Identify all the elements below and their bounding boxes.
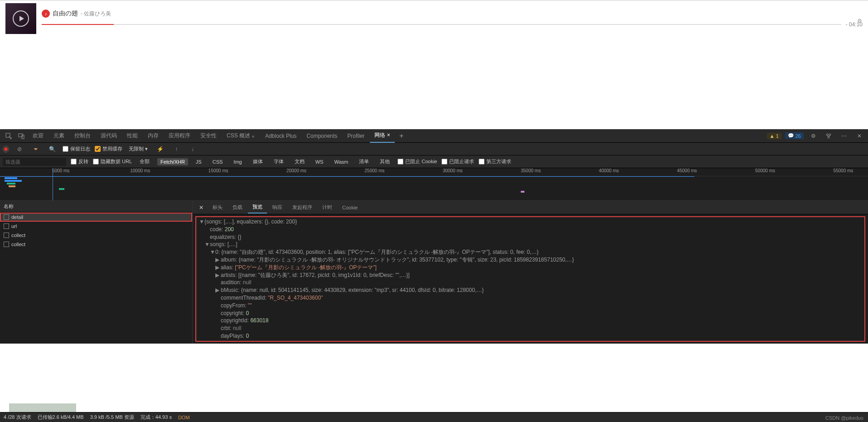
- file-icon: [4, 242, 9, 247]
- upload-icon[interactable]: ↑: [170, 143, 182, 155]
- timeline-tick: 15000 ms: [209, 168, 228, 173]
- filter-all[interactable]: 全部: [136, 157, 153, 166]
- search-icon[interactable]: 🔍: [46, 143, 58, 155]
- expand-icon[interactable]: ▶: [215, 256, 221, 264]
- netease-logo-icon: ♪: [42, 10, 50, 18]
- wifi-icon[interactable]: ⚡: [154, 143, 166, 155]
- filter-input[interactable]: [3, 158, 66, 166]
- filter-toggle-icon[interactable]: ⏷: [30, 143, 42, 155]
- download-hint[interactable]: ▶ 从该页面下载 音频 ① 2 ×: [9, 403, 76, 412]
- tab-adblock[interactable]: Adblock Plus: [261, 130, 301, 142]
- dock-icon[interactable]: [823, 130, 834, 142]
- status-requests: 4 /28 次请求: [4, 414, 31, 421]
- device-toggle-icon[interactable]: [15, 130, 27, 142]
- tab-console[interactable]: 控制台: [70, 129, 95, 142]
- more-icon[interactable]: ⋯: [838, 130, 850, 142]
- detail-tab-cookie[interactable]: Cookie: [338, 203, 362, 213]
- third-party-checkbox[interactable]: 第三方请求: [479, 158, 511, 165]
- tab-css-overview[interactable]: CSS 概述▲: [222, 129, 260, 142]
- warnings-badge[interactable]: ▲ 1: [767, 133, 781, 139]
- json-preview[interactable]: ▼{songs: [,…], equalizers: {}, code: 200…: [194, 215, 866, 343]
- timeline-tick: 55000 ms: [833, 168, 853, 173]
- timeline-tick: 5000 ms: [52, 168, 69, 173]
- filter-js[interactable]: JS: [193, 158, 205, 165]
- filter-img[interactable]: Img: [230, 158, 245, 165]
- expand-icon[interactable]: ▶: [215, 264, 221, 272]
- tab-memory[interactable]: 内存: [143, 129, 163, 142]
- status-resources: 3.9 kB /5.5 MB 资源: [90, 414, 134, 421]
- tab-sources[interactable]: 源代码: [96, 129, 121, 142]
- detail-tab-payload[interactable]: 负载: [228, 202, 247, 213]
- watermark: CSDN @pikeduo: [825, 415, 863, 421]
- disable-cache-checkbox[interactable]: 禁用缓存: [95, 146, 122, 152]
- tab-application[interactable]: 应用程序: [164, 129, 195, 142]
- timeline-tick: 50000 ms: [755, 168, 775, 173]
- download-icon[interactable]: ↓: [187, 143, 199, 155]
- album-art[interactable]: [5, 3, 36, 34]
- inspect-icon[interactable]: [3, 130, 15, 142]
- filter-fetchxhr[interactable]: Fetch/XHR: [157, 158, 188, 165]
- clear-icon[interactable]: ⊘: [14, 143, 25, 155]
- hide-data-urls-checkbox[interactable]: 隐藏数据 URL: [93, 158, 132, 165]
- timeline-tick: 45000 ms: [677, 168, 697, 173]
- tab-network[interactable]: 网络 ×: [370, 129, 394, 143]
- filter-ws[interactable]: WS: [312, 158, 327, 165]
- timeline-tick: 30000 ms: [443, 168, 463, 173]
- detail-tab-preview[interactable]: 预览: [248, 201, 267, 213]
- filter-css[interactable]: CSS: [209, 158, 226, 165]
- progress-bar[interactable]: [42, 24, 841, 25]
- tab-elements[interactable]: 元素: [49, 129, 69, 142]
- blocked-cookies-checkbox[interactable]: 已阻止 Cookie: [398, 158, 437, 165]
- filter-doc[interactable]: 文档: [291, 157, 308, 166]
- tab-profiler[interactable]: Profiler: [343, 130, 369, 142]
- status-dom: DOM: [178, 415, 190, 420]
- filter-wasm[interactable]: Wasm: [331, 158, 351, 165]
- network-timeline[interactable]: 5000 ms 10000 ms 15000 ms 20000 ms 25000…: [0, 168, 868, 201]
- expand-icon[interactable]: ▶: [215, 286, 221, 294]
- network-settings-icon[interactable]: ⚙: [853, 15, 865, 27]
- settings-gear-icon[interactable]: ⚙: [807, 130, 819, 142]
- expand-icon[interactable]: ▶: [215, 272, 221, 279]
- play-button-icon[interactable]: [13, 10, 29, 27]
- file-icon: [4, 214, 9, 220]
- expand-icon[interactable]: ▼: [204, 241, 210, 248]
- filter-font[interactable]: 字体: [271, 157, 287, 166]
- timeline-tick: 35000 ms: [521, 168, 541, 173]
- tab-security[interactable]: 安全性: [196, 129, 221, 142]
- tab-welcome[interactable]: 欢迎: [28, 129, 48, 142]
- filter-media[interactable]: 媒体: [250, 157, 266, 166]
- request-row-collect[interactable]: collect: [0, 240, 192, 249]
- record-button[interactable]: [3, 146, 9, 152]
- request-row-detail[interactable]: detail: [0, 213, 192, 222]
- tab-performance[interactable]: 性能: [122, 129, 142, 142]
- file-icon: [4, 233, 9, 238]
- filter-manifest[interactable]: 清单: [356, 157, 372, 166]
- throttle-select[interactable]: 无限制 ▾: [127, 145, 150, 153]
- file-icon: [4, 223, 9, 229]
- expand-icon[interactable]: ▼: [199, 218, 204, 226]
- request-row-url[interactable]: url: [0, 222, 192, 231]
- detail-tab-initiator[interactable]: 发起程序: [288, 202, 317, 213]
- close-detail-icon[interactable]: ✕: [195, 202, 207, 213]
- close-devtools-icon[interactable]: ✕: [853, 130, 865, 142]
- preserve-log-checkbox[interactable]: 保留日志: [63, 146, 90, 152]
- request-row-collect[interactable]: collect: [0, 231, 192, 240]
- devtools-tabs: 欢迎 元素 控制台 源代码 性能 内存 应用程序 安全性 CSS 概述▲ Adb…: [0, 129, 868, 143]
- track-info: ♪ 自由の翅 - 佐藤ひろ美 - 04:10: [42, 10, 863, 28]
- network-toolbar: ⊘ ⏷ 🔍 保留日志 禁用缓存 无限制 ▾ ⚡ ↑ ↓ ⚙: [0, 143, 868, 155]
- filter-other[interactable]: 其他: [377, 157, 393, 166]
- invert-checkbox[interactable]: 反转: [71, 158, 88, 165]
- expand-icon[interactable]: ▼: [210, 248, 215, 256]
- detail-tab-headers[interactable]: 标头: [208, 202, 227, 213]
- request-list: 名称 detail url collect collect: [0, 201, 193, 344]
- status-transfer: 已传输2.6 kB/4.4 MB: [38, 414, 84, 421]
- detail-tab-timing[interactable]: 计时: [318, 202, 337, 213]
- tab-components[interactable]: Components: [302, 130, 342, 142]
- timeline-playhead[interactable]: [53, 168, 53, 200]
- messages-badge[interactable]: 💬 26: [785, 132, 804, 139]
- detail-tab-response[interactable]: 响应: [268, 202, 287, 213]
- add-tab-icon[interactable]: +: [396, 130, 407, 142]
- track-title: 自由の翅: [53, 10, 78, 18]
- timeline-tick: 20000 ms: [286, 168, 306, 173]
- blocked-requests-checkbox[interactable]: 已阻止请求: [441, 158, 474, 165]
